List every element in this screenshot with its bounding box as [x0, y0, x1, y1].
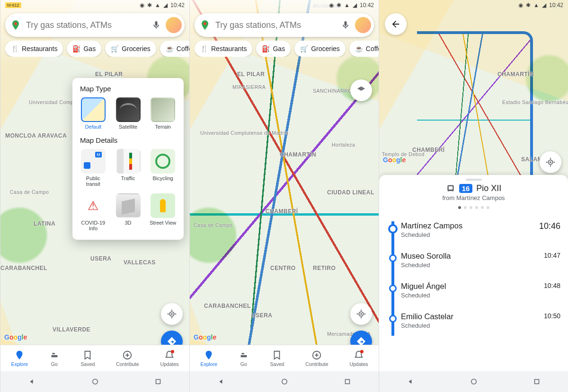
sys-home[interactable] — [91, 377, 99, 386]
bluetooth-icon: ✱ — [147, 2, 152, 9]
nav-explore[interactable]: Explore — [200, 350, 217, 367]
status-bar: ◉✱▲◢10:42 — [190, 0, 379, 10]
my-location-button[interactable] — [540, 151, 561, 173]
clock: 10:42 — [170, 2, 185, 9]
search-input[interactable] — [215, 20, 336, 30]
page-dots[interactable] — [379, 206, 568, 209]
mic-icon[interactable] — [151, 20, 161, 30]
maps-logo-icon — [10, 19, 21, 31]
nav-saved[interactable]: Saved — [270, 350, 284, 367]
detail-3d[interactable]: 3D — [114, 193, 142, 231]
chip-groceries[interactable]: 🛒Groceries — [105, 41, 156, 57]
google-watermark: Google — [383, 156, 406, 164]
stop-time: 10:46 — [539, 221, 560, 231]
streetview-thumb-icon — [151, 193, 175, 218]
chip-coffee[interactable]: ☕Coffee — [349, 41, 379, 57]
stops-list[interactable]: Martínez CamposScheduled10:46Museo Sorol… — [379, 213, 568, 336]
category-chip-row: 🍴Restaurants ⛽Gas 🛒Groceries ☕Coffee — [5, 41, 189, 57]
account-avatar[interactable] — [166, 17, 182, 33]
nav-explore[interactable]: Explore — [11, 350, 28, 367]
detail-traffic[interactable]: Traffic — [114, 149, 142, 187]
svg-point-14 — [471, 379, 476, 384]
default-thumb-icon — [81, 97, 106, 122]
sys-home[interactable] — [280, 377, 289, 386]
terrain-thumb-icon — [151, 97, 175, 122]
sys-back[interactable] — [28, 377, 36, 386]
back-button[interactable] — [385, 13, 407, 35]
search-input[interactable] — [26, 20, 147, 30]
stop-time: 10:47 — [544, 252, 560, 259]
stop-time: 10:50 — [544, 312, 560, 320]
layers-button[interactable] — [350, 79, 372, 101]
nav-saved[interactable]: Saved — [81, 350, 95, 367]
chip-restaurants[interactable]: 🍴Restaurants — [195, 41, 252, 57]
system-nav — [0, 371, 189, 392]
transit-thumb-icon — [81, 149, 106, 174]
svg-rect-5 — [156, 380, 160, 384]
search-bar[interactable] — [195, 13, 374, 37]
restaurant-icon: 🍴 — [11, 45, 19, 52]
covid-thumb-icon — [81, 193, 106, 218]
satellite-thumb-icon — [116, 97, 141, 122]
my-location-button[interactable] — [161, 303, 183, 325]
sys-recent[interactable] — [532, 377, 541, 386]
stop-row[interactable]: Miguel ÁngelScheduled10:48 — [401, 275, 560, 305]
detail-bicycling[interactable]: Bicycling — [149, 149, 177, 187]
drag-handle-icon[interactable] — [466, 179, 482, 181]
chip-groceries[interactable]: 🛒Groceries — [294, 41, 346, 57]
layers-panel: Map Type Default Satellite Terrain Map D… — [72, 78, 184, 240]
detail-streetview[interactable]: Street View — [149, 193, 177, 231]
map-type-heading: Map Type — [80, 85, 177, 93]
chip-restaurants[interactable]: 🍴Restaurants — [5, 41, 63, 57]
nav-contribute[interactable]: Contribute — [305, 350, 328, 367]
coffee-icon: ☕ — [355, 45, 363, 52]
map-type-default[interactable]: Default — [79, 97, 107, 130]
svg-point-8 — [360, 313, 362, 315]
my-location-button[interactable] — [350, 303, 372, 325]
svg-point-6 — [204, 22, 206, 25]
bus-icon — [446, 184, 455, 193]
stop-row[interactable]: Emilio CastelarScheduled10:50 — [401, 305, 560, 336]
3d-thumb-icon — [116, 193, 141, 218]
svg-point-2 — [171, 313, 173, 315]
chip-coffee[interactable]: ☕Coffee — [160, 41, 189, 57]
stop-row[interactable]: Museo SorollaScheduled10:47 — [401, 245, 560, 275]
map-type-terrain[interactable]: Terrain — [149, 97, 177, 130]
route-sheet[interactable]: 16 Pio XII from Martínez Campos Martínez… — [379, 175, 568, 371]
road-tag: M-612 — [5, 2, 21, 8]
detail-covid[interactable]: COVID-19 Info — [79, 193, 107, 231]
stop-name: Emilio Castelar — [401, 312, 453, 321]
stop-status: Scheduled — [401, 261, 451, 269]
svg-rect-11 — [345, 380, 349, 384]
stop-status: Scheduled — [401, 231, 462, 238]
nav-updates[interactable]: Updates — [160, 350, 178, 367]
sys-recent[interactable] — [343, 377, 352, 386]
stop-row[interactable]: Martínez CamposScheduled10:46 — [401, 215, 560, 245]
stop-time: 10:48 — [544, 282, 560, 289]
system-nav — [379, 371, 568, 392]
svg-point-10 — [282, 379, 287, 384]
sys-back[interactable] — [407, 377, 415, 386]
map-type-satellite[interactable]: Satellite — [114, 97, 142, 130]
chip-gas[interactable]: ⛽Gas — [67, 41, 101, 57]
bottom-nav: Explore Go Saved Contribute Updates — [0, 345, 189, 371]
sys-recent[interactable] — [154, 377, 162, 386]
nav-go[interactable]: Go — [239, 350, 249, 367]
chip-gas[interactable]: ⛽Gas — [256, 41, 291, 57]
stop-name: Miguel Ángel — [401, 282, 446, 291]
restaurant-icon: 🍴 — [200, 45, 208, 52]
nav-contribute[interactable]: Contribute — [116, 350, 139, 367]
account-avatar[interactable] — [355, 17, 371, 33]
sys-back[interactable] — [217, 377, 226, 386]
stop-name: Museo Sorolla — [401, 252, 451, 261]
category-chip-row: 🍴Restaurants ⛽Gas 🛒Groceries ☕Coffee — [195, 41, 379, 57]
nav-go[interactable]: Go — [49, 350, 60, 367]
sys-home[interactable] — [470, 377, 478, 386]
search-bar[interactable] — [5, 13, 185, 37]
mic-icon[interactable] — [341, 20, 350, 30]
bottom-nav: Explore Go Saved Contribute Updates — [190, 345, 379, 371]
grocery-icon: 🛒 — [111, 45, 119, 52]
nav-updates[interactable]: Updates — [349, 350, 368, 367]
maps-logo-icon — [199, 19, 211, 31]
detail-transit[interactable]: Public transit — [79, 149, 107, 187]
